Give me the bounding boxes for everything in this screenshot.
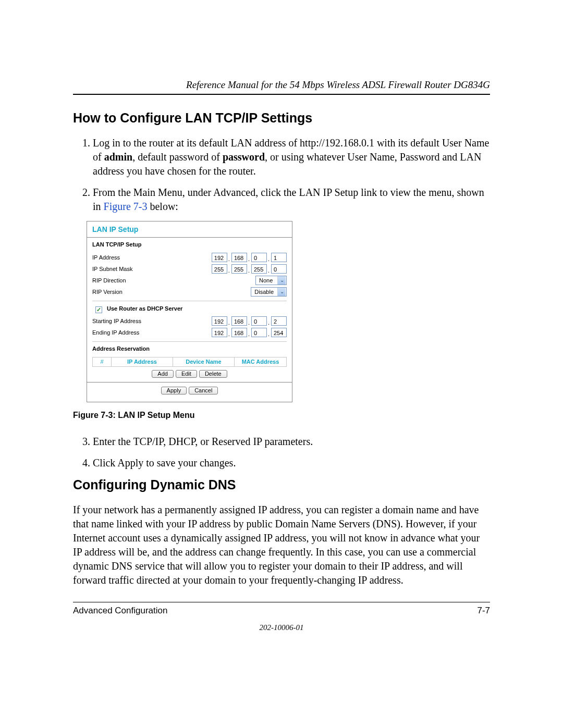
ip-octet-2[interactable]: 168 <box>231 253 247 262</box>
step-2-text-b: below: <box>147 201 178 212</box>
delete-button[interactable]: Delete <box>199 370 227 378</box>
th-mac-address: MAC Address <box>235 357 286 366</box>
end-octet-4[interactable]: 254 <box>271 328 287 337</box>
panel-rule-1 <box>87 237 292 238</box>
cancel-button[interactable]: Cancel <box>189 387 218 394</box>
subheading-addr-res: Address Reservation <box>92 346 287 352</box>
document-number: 202-10006-01 <box>73 623 490 632</box>
figure-7-3-link[interactable]: Figure 7-3 <box>104 201 148 212</box>
mask-octet-2[interactable]: 255 <box>231 264 247 274</box>
add-button[interactable]: Add <box>152 370 174 378</box>
header-rule <box>73 94 490 95</box>
step-1-text-b: , default password of <box>132 151 223 163</box>
dhcp-checkbox-row: ✓ Use Router as DHCP Server <box>95 305 287 312</box>
label-ip-address: IP Address <box>92 255 120 261</box>
rip-version-select[interactable]: Disable ⌄ <box>251 287 287 297</box>
label-subnet-mask: IP Subnet Mask <box>92 266 132 272</box>
start-octet-3[interactable]: 0 <box>251 316 267 326</box>
label-ending-ip: Ending IP Address <box>92 330 139 336</box>
end-octet-3[interactable]: 0 <box>251 328 267 337</box>
step-2: From the Main Menu, under Advanced, clic… <box>93 186 490 214</box>
mask-octet-4[interactable]: 0 <box>271 264 287 274</box>
dhcp-label: Use Router as DHCP Server <box>107 305 182 312</box>
reservation-table-header: # IP Address Device Name MAC Address <box>92 357 287 367</box>
step-1: Log in to the router at its default LAN … <box>93 136 490 178</box>
th-device-name: Device Name <box>173 357 235 366</box>
mask-fields: 255. 255. 255. 0 <box>212 264 287 274</box>
section-heading-lan: How to Configure LAN TCP/IP Settings <box>73 110 490 126</box>
running-header: Reference Manual for the 54 Mbps Wireles… <box>73 79 490 91</box>
rip-version-value: Disable <box>251 287 277 297</box>
ip-address-fields: 192. 168. 0. 1 <box>212 253 287 262</box>
apply-button[interactable]: Apply <box>161 387 187 394</box>
step-3: Enter the TCP/IP, DHCP, or Reserved IP p… <box>93 435 490 449</box>
dhcp-checkbox[interactable]: ✓ <box>95 306 102 313</box>
starting-ip-fields: 192. 168. 0. 2 <box>212 316 287 326</box>
step-1-password: password <box>223 151 265 163</box>
footer-page: 7-7 <box>477 606 490 616</box>
figure-caption: Figure 7-3: LAN IP Setup Menu <box>73 411 490 420</box>
ip-octet-1[interactable]: 192 <box>212 253 227 262</box>
rip-direction-select[interactable]: None ⌄ <box>255 276 287 285</box>
subheading-tcpip: LAN TCP/IP Setup <box>92 242 287 248</box>
chevron-down-icon: ⌄ <box>277 276 286 285</box>
start-octet-4[interactable]: 2 <box>271 316 287 326</box>
ip-octet-3[interactable]: 0 <box>251 253 267 262</box>
rip-direction-value: None <box>256 276 277 285</box>
label-rip-version: RIP Version <box>92 289 123 295</box>
start-octet-1[interactable]: 192 <box>212 316 227 326</box>
panel-title: LAN IP Setup <box>92 226 287 233</box>
mask-octet-3[interactable]: 255 <box>251 264 267 274</box>
ending-ip-fields: 192. 168. 0. 254 <box>212 328 287 337</box>
step-1-admin: admin <box>104 151 132 163</box>
chevron-down-icon: ⌄ <box>277 288 286 296</box>
ip-octet-4[interactable]: 1 <box>271 253 287 262</box>
label-rip-direction: RIP Direction <box>92 278 126 283</box>
th-ip-address: IP Address <box>112 357 173 366</box>
panel-rule-4 <box>87 382 292 382</box>
panel-rule-3 <box>92 341 287 342</box>
footer-rule <box>73 602 490 602</box>
th-num: # <box>93 357 112 366</box>
ddns-paragraph: If your network has a permanently assign… <box>73 503 490 587</box>
panel-rule-2 <box>92 301 287 301</box>
step-4: Click Apply to save your changes. <box>93 456 490 470</box>
start-octet-2[interactable]: 168 <box>231 316 247 326</box>
end-octet-1[interactable]: 192 <box>212 328 227 337</box>
mask-octet-1[interactable]: 255 <box>212 264 227 274</box>
edit-button[interactable]: Edit <box>176 370 197 378</box>
lan-ip-setup-panel: LAN IP Setup LAN TCP/IP Setup IP Address… <box>87 221 292 402</box>
label-starting-ip: Starting IP Address <box>92 318 141 324</box>
end-octet-2[interactable]: 168 <box>231 328 247 337</box>
footer-left: Advanced Configuration <box>73 606 167 616</box>
section-heading-ddns: Configuring Dynamic DNS <box>73 477 490 492</box>
